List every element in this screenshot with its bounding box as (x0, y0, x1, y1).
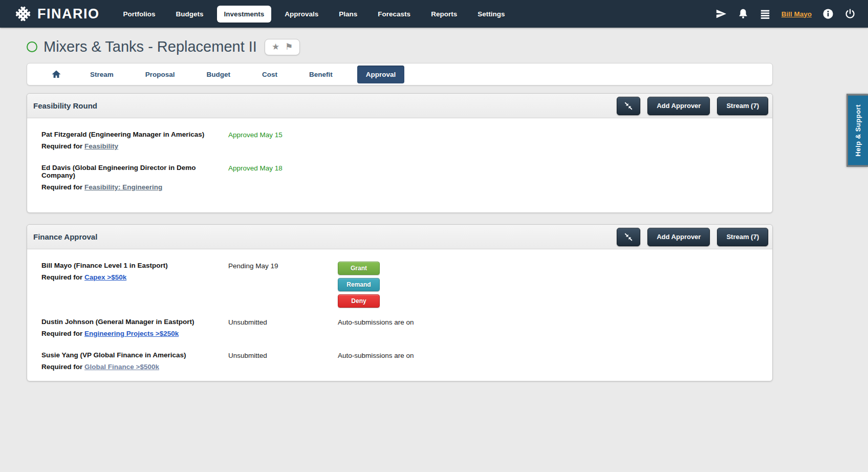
approval-actions: Grant Remand Deny (338, 262, 762, 308)
approval-status: Approved May 18 (228, 164, 338, 172)
required-for-label: Required for (41, 142, 82, 150)
collapse-panel-button[interactable] (617, 228, 640, 246)
required-for-label: Required for (41, 273, 82, 281)
finance-panel-body: Bill Mayo (Finance Level 1 in Eastport) … (27, 249, 772, 381)
collapse-arrows-icon (623, 232, 634, 242)
required-rule-link[interactable]: Feasibility (84, 142, 118, 150)
tab-stream[interactable]: Stream (83, 66, 121, 83)
approver-name: Dustin Johnson (General Manager in Eastp… (41, 318, 228, 326)
approver-row: Susie Yang (VP Global Finance in America… (41, 351, 762, 371)
auto-submission-note: Auto-submissions are on (338, 318, 762, 326)
send-icon[interactable] (715, 8, 727, 19)
stream-button[interactable]: Stream (7) (717, 228, 768, 246)
nav-item-budgets[interactable]: Budgets (169, 6, 211, 23)
nav-item-investments[interactable]: Investments (217, 6, 272, 23)
required-for-label: Required for (41, 363, 82, 371)
required-rule-link[interactable]: Global Finance >$500k (84, 363, 159, 371)
nav-item-reports[interactable]: Reports (424, 6, 464, 23)
home-icon (51, 69, 62, 79)
nav-item-forecasts[interactable]: Forecasts (371, 6, 418, 23)
user-menu-link[interactable]: Bill Mayo (782, 10, 812, 18)
nav-item-settings[interactable]: Settings (470, 6, 512, 23)
nav-item-portfolios[interactable]: Portfolios (116, 6, 163, 23)
notifications-bell-icon[interactable] (737, 8, 749, 19)
flag-icon[interactable]: ⚑ (285, 41, 293, 53)
approval-status: Approved May 15 (228, 131, 338, 139)
tab-approval[interactable]: Approval (357, 66, 405, 83)
top-navbar: FINARIO Portfolios Budgets Investments A… (0, 0, 868, 28)
navbar-right-tools: Bill Mayo (715, 8, 856, 19)
main-content: Mixers & Tanks - Replacement II ★ ⚑ Stre… (0, 38, 773, 381)
approver-row: Pat Fitzgerald (Engineering Manager in A… (41, 131, 762, 150)
finance-header-actions: Add Approver Stream (7) (617, 228, 768, 246)
investment-tabbar: Stream Proposal Budget Cost Benefit Appr… (27, 63, 773, 85)
deny-button[interactable]: Deny (338, 294, 380, 308)
favorite-flag-chip: ★ ⚑ (265, 39, 300, 55)
investment-status-circle-icon (27, 41, 37, 52)
grant-button[interactable]: Grant (338, 262, 380, 275)
add-approver-button[interactable]: Add Approver (647, 228, 710, 246)
remand-button[interactable]: Remand (338, 278, 380, 291)
feasibility-panel-header: Feasibility Round Add App (27, 94, 772, 118)
main-nav: Portfolios Budgets Investments Approvals… (113, 6, 515, 23)
tab-benefit[interactable]: Benefit (302, 66, 340, 83)
star-icon[interactable]: ★ (272, 41, 279, 53)
tab-home[interactable] (44, 65, 69, 84)
approver-row: Bill Mayo (Finance Level 1 in Eastport) … (41, 262, 762, 308)
panel-title-finance: Finance Approval (33, 232, 97, 241)
collapse-arrows-icon (623, 101, 634, 111)
feasibility-panel-body: Pat Fitzgerald (Engineering Manager in A… (27, 118, 772, 212)
approver-name: Pat Fitzgerald (Engineering Manager in A… (41, 131, 228, 138)
nav-item-plans[interactable]: Plans (332, 6, 364, 23)
activity-list-icon[interactable] (760, 8, 771, 19)
approval-status: Unsubmitted (228, 351, 338, 359)
approver-name: Bill Mayo (Finance Level 1 in Eastport) (41, 262, 228, 269)
finance-panel-header: Finance Approval Add Appr (27, 225, 772, 249)
approver-row: Dustin Johnson (General Manager in Eastp… (41, 318, 762, 337)
page-title: Mixers & Tanks - Replacement II (44, 38, 257, 55)
nav-item-approvals[interactable]: Approvals (277, 6, 326, 23)
stream-button[interactable]: Stream (7) (717, 97, 768, 115)
tab-budget[interactable]: Budget (200, 66, 238, 83)
approver-name: Susie Yang (VP Global Finance in America… (41, 351, 228, 359)
brand-name: FINARIO (37, 6, 100, 22)
finario-logo-icon (13, 4, 33, 24)
page-title-row: Mixers & Tanks - Replacement II ★ ⚑ (27, 38, 773, 55)
help-support-tab[interactable]: Help & Support (847, 94, 868, 167)
required-rule-link[interactable]: Engineering Projects >$250k (84, 330, 179, 337)
approval-status: Unsubmitted (228, 318, 338, 326)
approval-status: Pending May 19 (228, 262, 338, 270)
collapse-panel-button[interactable] (617, 97, 640, 115)
logout-power-icon[interactable] (844, 8, 856, 19)
required-for-label: Required for (41, 330, 82, 337)
approver-name: Ed Davis (Global Engineering Director in… (41, 164, 228, 179)
tab-proposal[interactable]: Proposal (138, 66, 182, 83)
finario-brand[interactable]: FINARIO (13, 4, 100, 24)
required-rule-link[interactable]: Capex >$50k (84, 273, 126, 281)
panel-finance-approval: Finance Approval Add Appr (27, 224, 773, 381)
feasibility-header-actions: Add Approver Stream (7) (617, 97, 768, 115)
panel-title-feasibility: Feasibility Round (33, 101, 97, 110)
add-approver-button[interactable]: Add Approver (647, 97, 710, 115)
auto-submission-note: Auto-submissions are on (338, 351, 762, 359)
required-rule-link[interactable]: Feasibility: Engineering (84, 183, 162, 191)
info-icon[interactable] (822, 8, 834, 19)
tab-cost[interactable]: Cost (255, 66, 285, 83)
required-for-label: Required for (41, 183, 82, 191)
panel-feasibility-round: Feasibility Round Add App (27, 93, 773, 213)
approver-row: Ed Davis (Global Engineering Director in… (41, 164, 762, 191)
